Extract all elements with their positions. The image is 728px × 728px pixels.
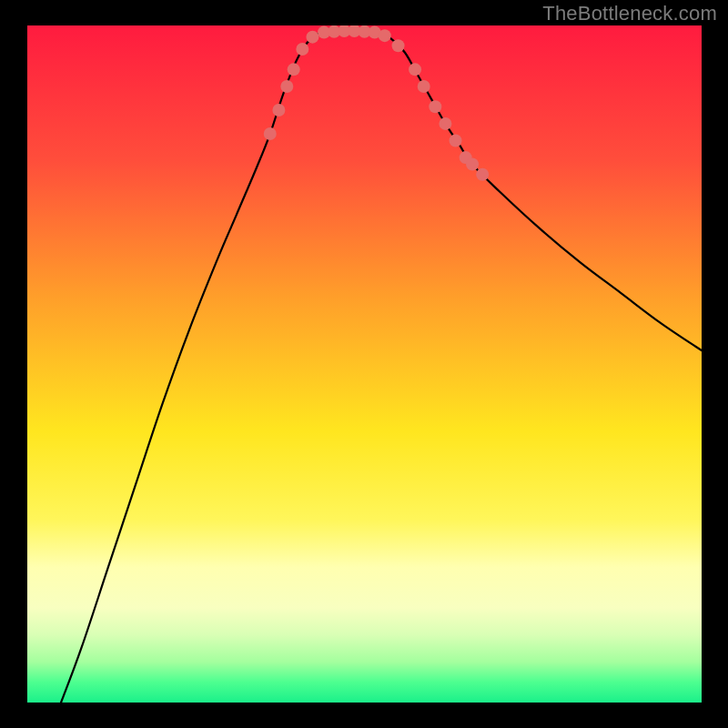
curve-marker	[466, 158, 479, 171]
curve-marker	[288, 63, 300, 76]
watermark-text: TheBottleneck.com	[542, 2, 717, 25]
curve-marker	[392, 39, 405, 52]
chart-container: TheBottleneck.com	[0, 0, 728, 728]
plot-background-gradient	[27, 25, 702, 703]
curve-marker	[418, 80, 430, 93]
curve-marker	[306, 31, 318, 44]
curve-marker	[476, 168, 489, 181]
curve-marker	[429, 100, 441, 113]
curve-marker	[450, 134, 462, 147]
curve-marker	[272, 104, 285, 116]
bottleneck-chart	[0, 0, 728, 728]
curve-marker	[264, 127, 277, 140]
curve-marker	[439, 117, 451, 130]
curve-marker	[280, 80, 293, 93]
curve-marker	[296, 43, 308, 56]
curve-marker	[409, 63, 421, 76]
curve-marker	[379, 29, 391, 42]
